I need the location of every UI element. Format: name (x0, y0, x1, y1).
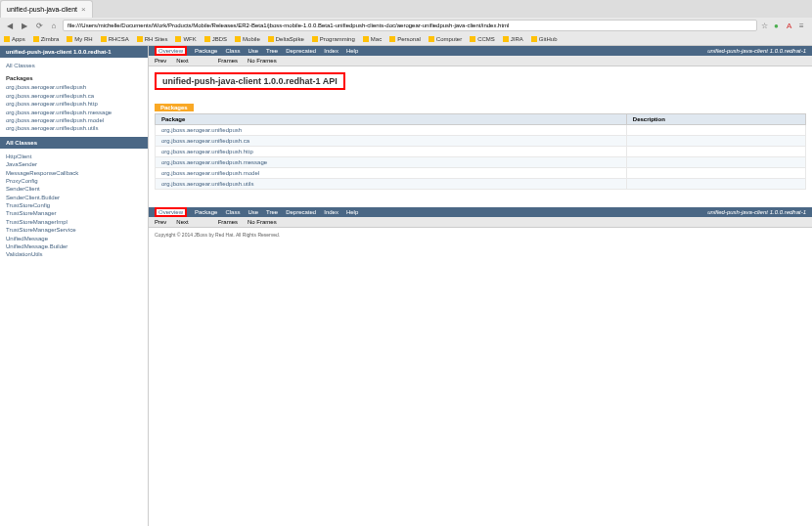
home-button[interactable]: ⌂ (48, 20, 60, 31)
forward-button[interactable]: ▶ (19, 20, 30, 31)
sidebar-package-link[interactable]: org.jboss.aerogear.unifiedpush.http (6, 100, 142, 108)
bookmark-item[interactable]: Mac (363, 36, 382, 42)
sidebar-class-link[interactable]: UnifiedMessage.Builder (6, 242, 142, 250)
nav-link-tree[interactable]: Tree (266, 48, 278, 54)
sidebar-package-link[interactable]: org.jboss.aerogear.unifiedpush.ca (6, 92, 142, 100)
folder-icon (268, 36, 274, 42)
next-link-bottom[interactable]: Next (176, 219, 188, 225)
back-button[interactable]: ◀ (4, 20, 16, 31)
sidebar-class-link[interactable]: JavaSender (6, 160, 142, 168)
package-link[interactable]: org.jboss.aerogear.unifiedpush (161, 127, 242, 133)
sidebar-class-link[interactable]: HttpClient (6, 153, 142, 160)
sidebar-class-link[interactable]: SenderClient (6, 185, 142, 193)
prev-link-bottom[interactable]: Prev (155, 219, 166, 225)
sub-nav-bottom: Prev Next Frames No Frames (149, 217, 812, 228)
nav-link-help[interactable]: Help (346, 209, 358, 215)
nav-link-tree[interactable]: Tree (266, 209, 278, 215)
bookmark-item[interactable]: Mobile (235, 36, 260, 42)
frames-link[interactable]: Frames (218, 58, 238, 64)
bookmark-item[interactable]: RH Sites (137, 36, 168, 42)
sidebar: unified-push-java-client 1.0.0.redhat-1 … (0, 46, 149, 526)
folder-icon (363, 36, 369, 42)
folder-icon (389, 36, 395, 42)
next-link[interactable]: Next (176, 58, 188, 64)
menu-icon[interactable]: ≡ (799, 22, 807, 29)
sidebar-header: unified-push-java-client 1.0.0.redhat-1 (0, 46, 148, 58)
bookmark-item[interactable]: RHCSA (101, 36, 129, 42)
frames-link-bottom[interactable]: Frames (218, 219, 238, 225)
nav-link-index[interactable]: Index (324, 209, 338, 215)
nav-link-use[interactable]: Use (248, 209, 258, 215)
bookmark-item[interactable]: Personal (389, 36, 421, 42)
nav-link-package[interactable]: Package (195, 209, 217, 215)
nav-link-class[interactable]: Class (225, 48, 240, 54)
footer-copyright: Copyright © 2014 JBoss by Red Hat. All R… (149, 228, 812, 241)
nav-link-overview[interactable]: Overview (155, 207, 187, 217)
sidebar-class-link[interactable]: UnifiedMessage (6, 235, 142, 242)
sidebar-class-link[interactable]: TrustStoreManagerImpl (6, 218, 142, 226)
package-link[interactable]: org.jboss.aerogear.unifiedpush.message (161, 159, 267, 165)
bookmark-item[interactable]: GitHub (531, 36, 558, 42)
bottom-nav-bar: OverviewPackageClassUseTreeDeprecatedInd… (149, 207, 812, 217)
package-link[interactable]: org.jboss.aerogear.unifiedpush.ca (161, 138, 249, 144)
folder-icon (67, 36, 72, 42)
nav-link-overview[interactable]: Overview (155, 46, 187, 56)
all-classes-link[interactable]: All Classes (6, 62, 142, 69)
bookmark-item[interactable]: WFK (175, 36, 196, 42)
package-link[interactable]: org.jboss.aerogear.unifiedpush.utils (161, 181, 253, 187)
sidebar-class-link[interactable]: TrustStoreManagerService (6, 226, 142, 234)
reload-button[interactable]: ⟳ (33, 20, 45, 31)
description-header: Description (626, 114, 805, 125)
sidebar-class-link[interactable]: TrustStoreConfig (6, 201, 142, 209)
close-icon[interactable]: × (81, 5, 86, 14)
sync-icon[interactable]: ● (774, 22, 782, 29)
url-input[interactable]: file:///Users/michelle/Documents/Work/Pr… (63, 20, 757, 31)
table-row: org.jboss.aerogear.unifiedpush.message (156, 157, 806, 168)
prev-link[interactable]: Prev (155, 58, 166, 64)
folder-icon (531, 36, 537, 42)
all-classes-header: All Classes (0, 137, 148, 149)
sidebar-package-link[interactable]: org.jboss.aerogear.unifiedpush.utils (6, 124, 142, 132)
sidebar-class-link[interactable]: ValidationUtils (6, 250, 142, 258)
top-nav-bar: OverviewPackageClassUseTreeDeprecatedInd… (149, 46, 812, 56)
sidebar-class-link[interactable]: TrustStoreManager (6, 209, 142, 217)
bookmark-item[interactable]: JBDS (204, 36, 227, 42)
nav-link-class[interactable]: Class (225, 209, 240, 215)
sidebar-class-link[interactable]: ProxyConfig (6, 177, 142, 185)
bookmark-item[interactable]: My RH (67, 36, 92, 42)
bookmark-item[interactable]: Computer (429, 36, 462, 42)
url-text: file:///Users/michelle/Documents/Work/Pr… (68, 22, 509, 28)
sidebar-class-link[interactable]: MessageResponseCallback (6, 169, 142, 177)
sidebar-package-link[interactable]: org.jboss.aerogear.unifiedpush.message (6, 109, 142, 116)
bookmark-item[interactable]: DeltaSpike (268, 36, 304, 42)
browser-tab[interactable]: unified-push-java-client × (0, 0, 93, 18)
no-frames-link-bottom[interactable]: No Frames (248, 219, 277, 225)
sub-nav: Prev Next Frames No Frames (149, 56, 812, 66)
browser-chrome: unified-push-java-client × ◀ ▶ ⟳ ⌂ file:… (0, 0, 812, 46)
bookmark-item[interactable]: Programming (312, 36, 355, 42)
bookmark-bar: AppsZimbraMy RHRHCSARH SitesWFKJBDSMobil… (0, 33, 812, 45)
bookmark-item[interactable]: JIRA (503, 36, 523, 42)
package-link[interactable]: org.jboss.aerogear.unifiedpush.model (161, 170, 259, 176)
nav-link-index[interactable]: Index (324, 48, 338, 54)
sidebar-class-link[interactable]: SenderClient.Builder (6, 194, 142, 201)
star-icon[interactable]: ☆ (761, 22, 769, 29)
nav-link-use[interactable]: Use (248, 48, 258, 54)
nav-link-deprecated[interactable]: Deprecated (286, 209, 316, 215)
bookmark-item[interactable]: CCMS (470, 36, 495, 42)
nav-link-deprecated[interactable]: Deprecated (286, 48, 316, 54)
packages-table: Package Description org.jboss.aerogear.u… (155, 113, 806, 190)
sidebar-package-link[interactable]: org.jboss.aerogear.unifiedpush.model (6, 116, 142, 124)
extension-icon[interactable]: A (787, 22, 794, 29)
bookmark-item[interactable]: Apps (4, 36, 25, 42)
bookmark-item[interactable]: Zimbra (33, 36, 60, 42)
folder-icon (175, 36, 181, 42)
nav-link-package[interactable]: Package (195, 48, 217, 54)
nav-link-help[interactable]: Help (346, 48, 358, 54)
packages-tab: Packages (155, 104, 194, 111)
main-content: OverviewPackageClassUseTreeDeprecatedInd… (149, 46, 812, 526)
no-frames-link[interactable]: No Frames (248, 58, 277, 64)
folder-icon (137, 36, 143, 42)
sidebar-package-link[interactable]: org.jboss.aerogear.unifiedpush (6, 83, 142, 91)
package-link[interactable]: org.jboss.aerogear.unifiedpush.http (161, 149, 253, 154)
